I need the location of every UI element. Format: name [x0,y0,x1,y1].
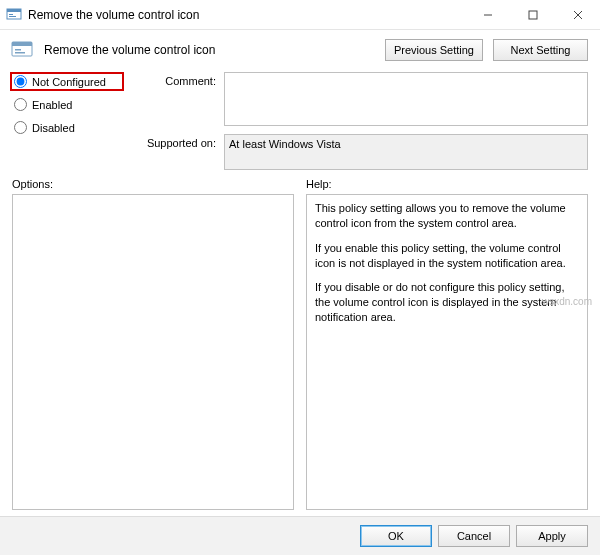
window-title: Remove the volume control icon [28,8,465,22]
svg-rect-3 [9,16,16,17]
comment-label: Comment: [130,72,216,87]
previous-setting-button[interactable]: Previous Setting [385,39,483,61]
radio-not-configured-input[interactable] [14,75,27,88]
ok-button[interactable]: OK [360,525,432,547]
options-box[interactable] [12,194,294,510]
radio-enabled-input[interactable] [14,98,27,111]
svg-rect-1 [7,9,21,12]
options-label: Options: [12,178,294,190]
panes: Options: Help: This policy setting allow… [0,170,600,516]
titlebar: Remove the volume control icon [0,0,600,30]
help-text: This policy setting allows you to remove… [315,201,579,231]
header: Remove the volume control icon Previous … [0,30,600,72]
app-icon [6,7,22,23]
next-setting-button[interactable]: Next Setting [493,39,588,61]
svg-rect-2 [9,14,13,15]
comment-input[interactable] [224,72,588,126]
radio-disabled-label: Disabled [32,122,75,134]
svg-rect-11 [15,52,25,54]
cancel-button[interactable]: Cancel [438,525,510,547]
radio-disabled[interactable]: Disabled [12,120,122,135]
radio-not-configured[interactable]: Not Configured [12,74,122,89]
dialog-title: Remove the volume control icon [44,43,375,57]
footer: OK Cancel Apply [0,516,600,555]
help-text: If you disable or do not configure this … [315,280,579,325]
help-pane: Help: This policy setting allows you to … [306,178,588,510]
help-box[interactable]: This policy setting allows you to remove… [306,194,588,510]
radio-enabled[interactable]: Enabled [12,97,122,112]
radio-disabled-input[interactable] [14,121,27,134]
radio-enabled-label: Enabled [32,99,72,111]
minimize-button[interactable] [465,0,510,30]
svg-rect-5 [529,11,537,19]
supported-on-field: At least Windows Vista [224,134,588,170]
maximize-button[interactable] [510,0,555,30]
state-radio-group: Not Configured Enabled Disabled [12,72,122,135]
options-pane: Options: [12,178,294,510]
help-label: Help: [306,178,588,190]
svg-rect-9 [12,42,32,46]
radio-not-configured-label: Not Configured [32,76,106,88]
close-button[interactable] [555,0,600,30]
supported-on-label: Supported on: [130,134,216,149]
svg-rect-10 [15,49,21,51]
body: Not Configured Enabled Disabled Comment:… [0,72,600,170]
apply-button[interactable]: Apply [516,525,588,547]
help-text: If you enable this policy setting, the v… [315,241,579,271]
window-buttons [465,0,600,30]
policy-icon [10,38,34,62]
